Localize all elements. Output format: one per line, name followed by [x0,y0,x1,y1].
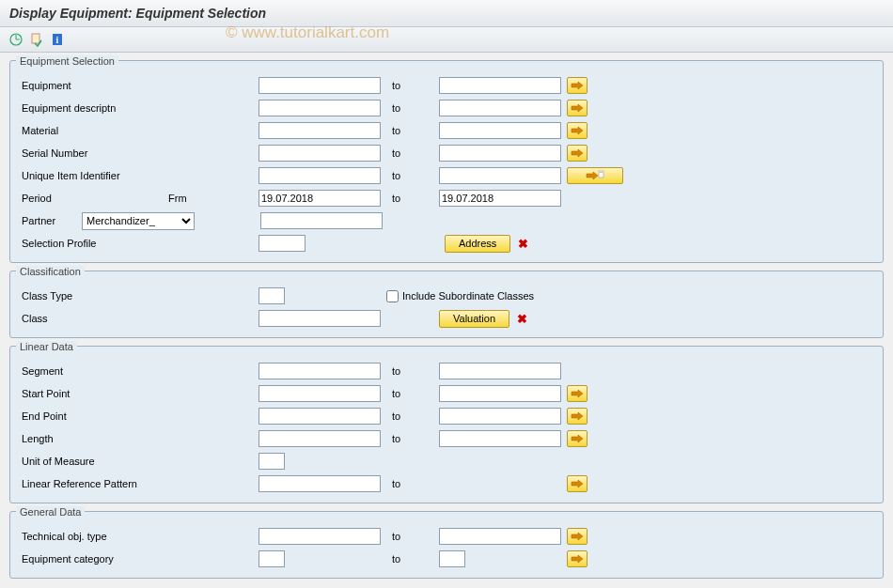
info-icon[interactable] [49,31,66,48]
equip-category-label: Equipment category [22,553,163,565]
serial-from-input[interactable] [258,145,381,162]
end-point-to-input[interactable] [439,408,561,425]
material-label: Material [22,125,163,136]
to-label: to [386,193,433,204]
period-label: Period [22,193,163,204]
include-subordinate-checkbox[interactable]: Include Subordinate Classes [386,290,534,302]
length-to-input[interactable] [439,430,561,447]
tech-obj-type-from-input[interactable] [258,528,381,545]
group-classification: Classification Class Type Include Subord… [9,271,884,338]
page-title: Display Equipment: Equipment Selection [9,6,884,21]
class-label: Class [22,313,163,324]
start-point-from-input[interactable] [258,385,381,402]
uom-input[interactable] [258,453,285,470]
address-button[interactable]: Address [445,235,510,253]
group-equipment-selection: Equipment Selection Equipment to Equipme… [9,60,884,263]
end-point-range-button[interactable] [567,408,588,425]
toolbar: © www.tutorialkart.com [0,27,893,53]
segment-from-input[interactable] [258,363,381,379]
uii-to-input[interactable] [439,167,561,184]
lrp-range-button[interactable] [567,475,588,492]
partner-label: Partner [22,215,76,226]
to-label: to [386,125,433,136]
length-label: Length [22,433,163,444]
equip-desc-range-button[interactable] [567,100,588,116]
equipment-range-button[interactable] [567,77,588,94]
equipment-descriptn-label: Equipment descriptn [22,102,163,114]
to-label: to [386,433,433,444]
to-label: to [386,102,433,114]
uom-label: Unit of Measure [22,456,163,467]
group-linear-data: Linear Data Segment to Start Point to En… [9,346,884,503]
to-label: to [386,170,433,181]
tech-obj-type-to-input[interactable] [439,528,561,545]
to-label: to [386,365,433,377]
start-point-to-input[interactable] [439,385,561,402]
group-title: Equipment Selection [16,55,118,67]
end-point-from-input[interactable] [258,408,381,425]
valuation-button[interactable]: Valuation [439,310,509,328]
class-type-input[interactable] [258,287,285,304]
group-title: Classification [16,266,85,277]
segment-to-input[interactable] [439,363,561,379]
to-label: to [386,147,433,159]
to-label: to [386,410,433,422]
end-point-label: End Point [22,410,163,422]
serial-range-button[interactable] [567,145,588,162]
class-input[interactable] [258,310,381,327]
to-label: to [386,478,433,489]
uii-range-button[interactable] [567,167,623,184]
tech-obj-type-range-button[interactable] [567,528,588,545]
header: Display Equipment: Equipment Selection [0,0,893,27]
execute-icon[interactable] [8,31,24,48]
group-title: Linear Data [16,341,77,352]
equipment-to-input[interactable] [439,77,561,94]
partner-select[interactable]: Merchandizer_ [82,212,195,230]
material-to-input[interactable] [439,122,561,139]
lrp-label: Linear Reference Pattern [22,478,163,489]
material-range-button[interactable] [567,122,588,139]
uii-from-input[interactable] [258,167,381,184]
equip-desc-to-input[interactable] [439,100,561,116]
equip-category-to-input[interactable] [439,550,465,567]
group-title: General Data [16,506,85,518]
selection-profile-label: Selection Profile [22,238,163,249]
equip-desc-from-input[interactable] [258,100,381,116]
period-from-input[interactable] [258,190,381,207]
equipment-from-input[interactable] [258,77,381,94]
to-label: to [386,80,433,91]
serial-number-label: Serial Number [22,147,163,159]
to-label: to [386,388,433,399]
to-label: to [386,531,433,542]
selection-profile-input[interactable] [258,235,306,252]
serial-to-input[interactable] [439,145,561,162]
valuation-delete-icon[interactable]: ✖ [515,312,529,326]
lrp-from-input[interactable] [258,475,381,492]
include-subordinate-input[interactable] [386,290,399,302]
tech-obj-type-label: Technical obj. type [22,531,163,542]
period-to-input[interactable] [439,190,561,207]
start-point-range-button[interactable] [567,385,588,402]
length-from-input[interactable] [258,430,381,447]
class-type-label: Class Type [22,290,163,302]
start-point-label: Start Point [22,388,163,399]
get-variant-icon[interactable] [28,31,45,48]
equip-category-range-button[interactable] [567,550,588,567]
equip-category-from-input[interactable] [258,550,285,567]
length-range-button[interactable] [567,430,588,447]
equipment-label: Equipment [22,80,163,91]
group-general-data: General Data Technical obj. type to Equi… [9,511,884,579]
to-label: to [386,553,433,565]
uii-label: Unique Item Identifier [22,170,163,181]
material-from-input[interactable] [258,122,381,139]
address-delete-icon[interactable]: ✖ [516,237,530,251]
partner-value-input[interactable] [260,212,383,229]
segment-label: Segment [22,365,163,377]
content: Equipment Selection Equipment to Equipme… [0,53,893,588]
frm-label: Frm [168,193,253,204]
include-subordinate-label: Include Subordinate Classes [402,290,534,302]
